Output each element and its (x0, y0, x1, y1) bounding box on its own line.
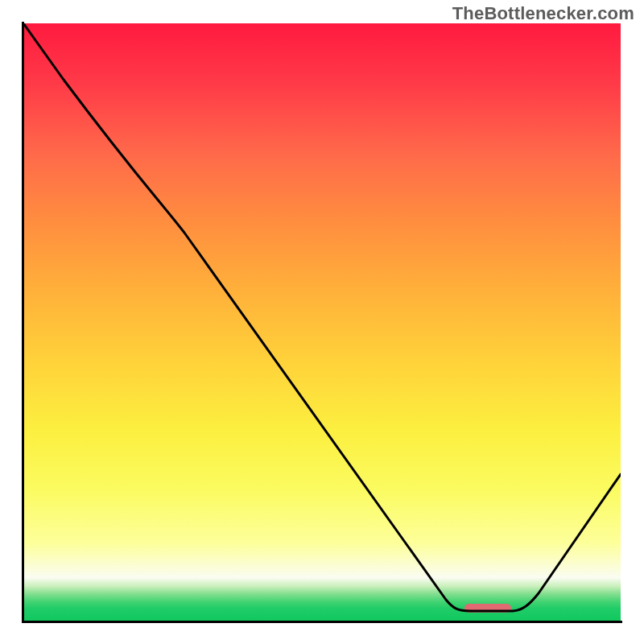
y-axis (22, 22, 24, 622)
watermark-text: TheBottlenecker.com (452, 3, 634, 24)
chart-container: TheBottlenecker.com (0, 0, 644, 644)
plot-area (23, 23, 621, 621)
data-curve (23, 23, 621, 621)
x-axis (22, 621, 622, 623)
